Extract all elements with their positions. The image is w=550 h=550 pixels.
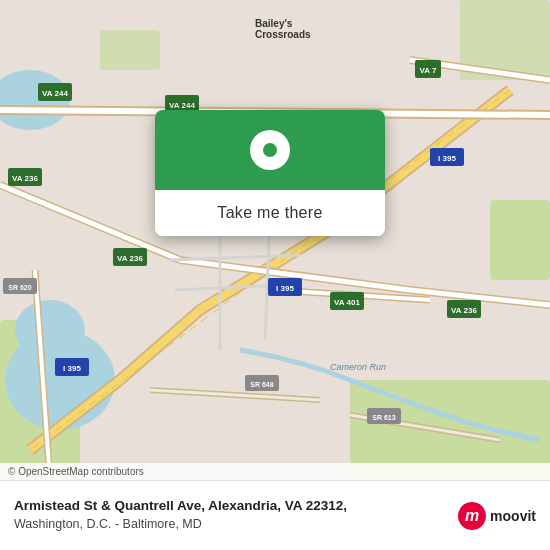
moovit-icon: m bbox=[458, 502, 486, 530]
svg-text:VA 236: VA 236 bbox=[12, 174, 38, 183]
svg-point-4 bbox=[15, 300, 85, 360]
openstreetmap-attribution: © OpenStreetMap contributors bbox=[8, 466, 144, 477]
location-info: Armistead St & Quantrell Ave, Alexandria… bbox=[14, 497, 448, 533]
svg-text:VA 236: VA 236 bbox=[117, 254, 143, 263]
location-pin bbox=[250, 130, 290, 170]
svg-line-14 bbox=[120, 310, 200, 380]
baileys-crossroads-label: Bailey'sCrossroads bbox=[255, 18, 311, 40]
svg-text:I 395: I 395 bbox=[63, 364, 81, 373]
pin-dot bbox=[263, 143, 277, 157]
take-me-there-button[interactable]: Take me there bbox=[155, 190, 385, 236]
map-container: I 395 I 395 I 395 VA 244 VA 244 VA 7 VA … bbox=[0, 0, 550, 480]
svg-rect-6 bbox=[490, 200, 550, 280]
svg-text:SR 613: SR 613 bbox=[372, 414, 395, 421]
location-subtitle: Washington, D.C. - Baltimore, MD bbox=[14, 516, 448, 534]
svg-text:I 395: I 395 bbox=[276, 284, 294, 293]
moovit-logo[interactable]: m moovit bbox=[458, 502, 536, 530]
map-attribution: © OpenStreetMap contributors bbox=[0, 463, 550, 480]
moovit-text: moovit bbox=[490, 508, 536, 524]
location-title: Armistead St & Quantrell Ave, Alexandria… bbox=[14, 497, 448, 516]
svg-line-30 bbox=[150, 390, 320, 400]
svg-line-20 bbox=[0, 185, 180, 260]
map-roads-svg: I 395 I 395 I 395 VA 244 VA 244 VA 7 VA … bbox=[0, 0, 550, 480]
svg-rect-7 bbox=[100, 30, 160, 70]
cameron-run-label: Cameron Run bbox=[330, 362, 386, 372]
popup-header bbox=[155, 110, 385, 190]
info-bar: Armistead St & Quantrell Ave, Alexandria… bbox=[0, 480, 550, 550]
svg-text:VA 236: VA 236 bbox=[451, 306, 477, 315]
svg-text:I 395: I 395 bbox=[438, 154, 456, 163]
svg-text:VA 244: VA 244 bbox=[169, 101, 195, 110]
location-popup: Take me there bbox=[155, 110, 385, 236]
svg-text:SR 620: SR 620 bbox=[8, 284, 31, 291]
svg-text:VA 401: VA 401 bbox=[334, 298, 360, 307]
svg-text:SR 648: SR 648 bbox=[250, 381, 273, 388]
svg-text:VA 244: VA 244 bbox=[42, 89, 68, 98]
svg-text:VA 7: VA 7 bbox=[420, 66, 437, 75]
